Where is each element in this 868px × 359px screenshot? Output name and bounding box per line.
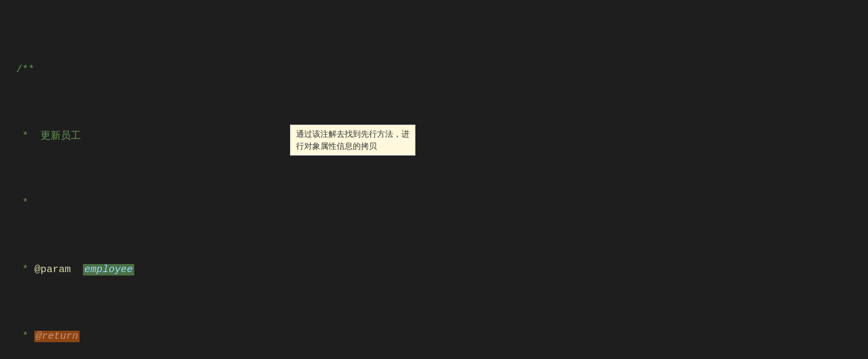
return-tag: @return: [34, 331, 80, 342]
code-container: /** * 更新员工 * * @param employee * @return…: [0, 0, 868, 359]
code-line-5: * @return: [16, 329, 852, 346]
param-employee: employee: [83, 264, 134, 275]
code-line-2: * 更新员工: [16, 129, 852, 145]
code-line-1: /**: [16, 62, 852, 79]
code-line-4: * @param employee: [16, 262, 852, 279]
code-line-3: *: [16, 195, 852, 212]
